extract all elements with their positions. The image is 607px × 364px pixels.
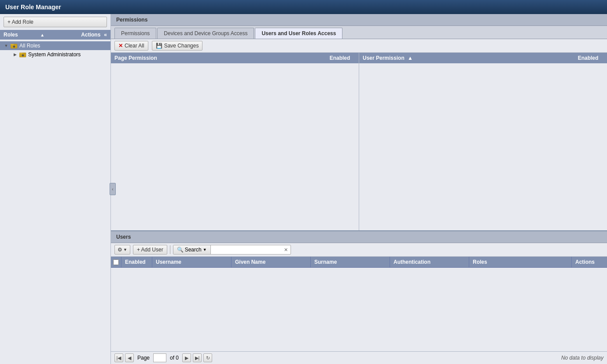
users-table-body xyxy=(111,268,607,351)
users-section: Users ⚙ ▼ + Add User 🔍 Sear xyxy=(111,230,607,364)
page-enabled-col-label: Enabled xyxy=(324,55,355,61)
x-icon: ✕ xyxy=(118,43,123,49)
given-name-col-header: Given Name xyxy=(232,257,311,267)
enabled-col-header: Enabled xyxy=(121,257,152,267)
tab-users-roles[interactable]: Users and User Roles Access xyxy=(255,28,342,39)
next-page-button[interactable]: ▶ xyxy=(182,353,191,362)
svg-rect-7 xyxy=(22,55,23,56)
sort-icon: ▲ xyxy=(408,55,413,61)
username-col-header: Username xyxy=(152,257,232,267)
folder-lock-icon xyxy=(11,43,18,49)
select-all-checkbox[interactable] xyxy=(113,259,119,265)
user-permissions-table: User Permission ▲ Enabled xyxy=(359,53,607,230)
tree-view: ▼ All Roles ▶ xyxy=(0,40,110,364)
search-chevron-icon: ▼ xyxy=(203,248,207,252)
main-layout: + Add Role Roles ▲ Actions « ▼ xyxy=(0,14,607,364)
title-bar: User Role Manager xyxy=(0,0,607,14)
permissions-section: Permissions Permissions Devices and Devi… xyxy=(111,14,607,230)
tab-devices[interactable]: Devices and Device Groups Access xyxy=(157,28,254,39)
tree-expand-sys-icon[interactable]: ▶ xyxy=(12,52,18,57)
svg-rect-3 xyxy=(14,47,15,47)
toolbar-separator xyxy=(170,245,170,254)
prev-page-button[interactable]: ◀ xyxy=(125,353,134,362)
app-title: User Role Manager xyxy=(5,4,61,11)
roles-col-header: Roles xyxy=(469,257,572,267)
search-container: 🔍 Search ▼ ✕ xyxy=(173,245,291,255)
permissions-toolbar: ✕ Clear All 💾 Save Changes xyxy=(111,39,607,53)
actions-column-label: Actions xyxy=(81,32,100,38)
user-permission-col-label: User Permission ▲ xyxy=(363,55,573,61)
system-admins-label: System Administrators xyxy=(28,51,81,58)
authentication-col-header: Authentication xyxy=(390,257,469,267)
of-label: of 0 xyxy=(170,355,179,361)
users-toolbar: ⚙ ▼ + Add User 🔍 Search ▼ ✕ xyxy=(111,243,607,257)
pagination-controls: |◀ ◀ Page of 0 ▶ ▶| ↻ xyxy=(114,353,212,362)
save-changes-button[interactable]: 💾 Save Changes xyxy=(152,41,203,51)
page-permissions-body xyxy=(111,63,359,230)
tabs-bar: Permissions Devices and Device Groups Ac… xyxy=(111,26,607,39)
page-label: Page xyxy=(137,355,150,361)
permissions-grid: Page Permission Enabled User Permission … xyxy=(111,53,607,230)
user-permissions-header: User Permission ▲ Enabled xyxy=(359,53,607,63)
page-permissions-header: Page Permission Enabled xyxy=(111,53,359,63)
save-icon: 💾 xyxy=(156,43,162,49)
first-page-button[interactable]: |◀ xyxy=(114,353,123,362)
roles-column-label: Roles xyxy=(4,32,40,38)
roles-toolbar: Roles ▲ Actions « xyxy=(0,30,110,40)
tree-expand-icon[interactable]: ▼ xyxy=(4,43,9,48)
clear-all-button[interactable]: ✕ Clear All xyxy=(114,41,148,51)
roles-sort-icon: ▲ xyxy=(40,33,44,37)
sidebar: + Add Role Roles ▲ Actions « ▼ xyxy=(0,14,111,364)
pagination-bar: |◀ ◀ Page of 0 ▶ ▶| ↻ No data to display xyxy=(111,351,607,364)
gear-settings-button[interactable]: ⚙ ▼ xyxy=(114,245,130,255)
header-checkbox-cell xyxy=(111,257,121,267)
collapse-sidebar-button[interactable]: ‹ xyxy=(110,183,116,195)
actions-col-header: Actions xyxy=(572,257,607,267)
page-number-input[interactable] xyxy=(153,353,166,362)
search-icon: 🔍 xyxy=(177,247,184,253)
tree-item-system-admins[interactable]: ▶ System Administrators xyxy=(0,50,110,59)
last-page-button[interactable]: ▶| xyxy=(193,353,202,362)
tree-item-all-roles[interactable]: ▼ All Roles xyxy=(0,41,110,50)
svg-rect-1 xyxy=(11,44,14,45)
users-header: Users xyxy=(111,230,607,243)
permissions-header: Permissions xyxy=(111,14,607,26)
user-enabled-col-label: Enabled xyxy=(573,55,603,61)
svg-rect-5 xyxy=(19,53,22,54)
add-role-button[interactable]: + Add Role xyxy=(4,17,107,27)
page-permission-col-label: Page Permission xyxy=(114,55,324,61)
users-table: Enabled Username Given Name Surname Auth… xyxy=(111,257,607,351)
content-area: Permissions Permissions Devices and Devi… xyxy=(111,14,607,364)
no-data-label: No data to display xyxy=(561,355,603,361)
search-clear-button[interactable]: ✕ xyxy=(281,246,291,254)
all-roles-label: All Roles xyxy=(19,43,40,49)
gear-dropdown-icon: ▼ xyxy=(123,248,127,252)
refresh-button[interactable]: ↻ xyxy=(203,353,212,362)
add-user-button[interactable]: + Add User xyxy=(133,245,167,255)
system-admin-folder-icon xyxy=(19,51,26,58)
search-dropdown-button[interactable]: 🔍 Search ▼ xyxy=(173,245,211,254)
users-table-header: Enabled Username Given Name Surname Auth… xyxy=(111,257,607,268)
surname-col-header: Surname xyxy=(311,257,390,267)
user-permissions-body xyxy=(359,63,607,230)
search-input[interactable] xyxy=(211,245,281,254)
gear-icon: ⚙ xyxy=(118,247,122,253)
page-permissions-table: Page Permission Enabled xyxy=(111,53,359,230)
tab-permissions[interactable]: Permissions xyxy=(114,28,156,39)
collapse-icon[interactable]: « xyxy=(104,32,107,38)
